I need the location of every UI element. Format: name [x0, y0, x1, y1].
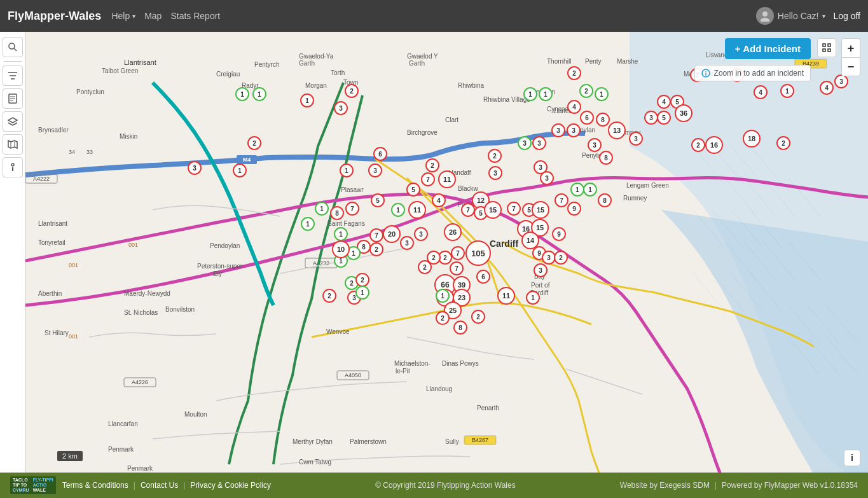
svg-text:A4050: A4050 — [345, 372, 361, 378]
svg-text:Gwaelod-Ya: Gwaelod-Ya — [299, 53, 334, 60]
svg-text:Penarth: Penarth — [477, 405, 499, 412]
svg-text:Llantrisant: Llantrisant — [38, 220, 67, 227]
svg-rect-131 — [823, 44, 825, 46]
svg-text:St Hilary: St Hilary — [45, 329, 69, 336]
svg-text:B4267: B4267 — [472, 437, 488, 443]
map-container[interactable]: M4 A4232 A4222 B4239 A4050 A4226 B4267 — [25, 32, 868, 473]
svg-line-12 — [8, 123, 13, 125]
scale-bar: 2 km — [57, 451, 83, 461]
svg-text:Sully: Sully — [445, 438, 459, 445]
footer-logo: TACLO TIP TO CYMRU FLY-TIPPI ACTIO WALE — [10, 476, 56, 494]
svg-text:Llandoug: Llandoug — [426, 385, 452, 392]
svg-text:Penylan: Penylan — [572, 127, 595, 134]
svg-text:001: 001 — [69, 333, 78, 340]
svg-text:Torth: Torth — [331, 69, 345, 76]
app-header: FlyMapper-Wales Help ▾ Map Stats Report … — [0, 0, 868, 32]
footer-sep-2: | — [183, 481, 185, 490]
svg-text:Ely: Ely — [213, 270, 222, 277]
svg-text:Bay: Bay — [534, 273, 545, 280]
logoff-button[interactable]: Log off — [833, 11, 860, 21]
svg-text:A4222: A4222 — [33, 176, 50, 182]
toolbar-divider — [4, 61, 22, 62]
svg-rect-133 — [823, 49, 825, 52]
svg-text:Bonvilston: Bonvilston — [165, 306, 195, 313]
svg-text:Birchgrove: Birchgrove — [407, 129, 437, 136]
app-footer: TACLO TIP TO CYMRU FLY-TIPPI ACTIO WALE … — [0, 473, 868, 498]
layers-btn[interactable] — [3, 111, 23, 132]
svg-line-3 — [14, 48, 17, 51]
filter-btn[interactable] — [3, 66, 23, 86]
svg-text:Morgan: Morgan — [305, 82, 327, 89]
svg-text:Plasawr: Plasawr — [341, 186, 364, 193]
svg-text:Creigiau: Creigiau — [216, 71, 240, 78]
nav-help[interactable]: Help ▾ — [111, 11, 135, 21]
svg-text:Rumney: Rumney — [617, 129, 640, 136]
svg-text:Michaelston-: Michaelston- — [394, 360, 431, 367]
svg-text:Maerdy-Newydd: Maerdy-Newydd — [124, 290, 170, 297]
fullscreen-button[interactable] — [817, 38, 836, 57]
nav-stats-report[interactable]: Stats Report — [170, 11, 220, 21]
svg-text:Pendoylan: Pendoylan — [210, 242, 240, 249]
svg-text:001: 001 — [69, 262, 78, 268]
svg-point-17 — [11, 163, 14, 166]
svg-text:i: i — [705, 71, 706, 77]
svg-point-0 — [762, 11, 768, 17]
info-toolbar-btn[interactable] — [3, 157, 23, 177]
svg-point-1 — [761, 18, 769, 22]
svg-text:Talbot Green: Talbot Green — [102, 67, 138, 74]
svg-text:Rhiwbina Village: Rhiwbina Village — [483, 96, 530, 103]
svg-text:Rumney: Rumney — [623, 195, 647, 202]
svg-text:Cardiff: Cardiff — [530, 289, 548, 296]
terms-link[interactable]: Terms & Conditions — [62, 481, 128, 490]
info-button[interactable]: i — [844, 450, 860, 466]
svg-text:Garth: Garth — [299, 60, 315, 67]
svg-text:33: 33 — [86, 149, 93, 155]
add-incident-button[interactable]: + Add Incident — [725, 38, 811, 59]
zoom-in-button[interactable]: + — [841, 38, 860, 57]
svg-text:A4226: A4226 — [132, 379, 148, 385]
chevron-down-icon: ▾ — [822, 13, 825, 20]
svg-text:Llandaff: Llandaff — [448, 169, 471, 176]
svg-text:Cardiff: Cardiff — [490, 239, 518, 249]
svg-text:Thornhill: Thornhill — [547, 58, 571, 65]
footer-links: Terms & Conditions | Contact Us | Privac… — [62, 481, 271, 490]
svg-text:Pontcanna: Pontcanna — [458, 201, 488, 208]
svg-text:Rhiwbina: Rhiwbina — [458, 82, 485, 89]
svg-text:Penmark: Penmark — [108, 446, 134, 453]
search-btn[interactable] — [3, 37, 23, 57]
svg-text:Brynsadler: Brynsadler — [38, 127, 69, 134]
footer-right-sep: | — [715, 481, 717, 490]
map-view-btn[interactable] — [3, 134, 23, 155]
svg-text:Marshe: Marshe — [617, 58, 638, 65]
svg-text:Port of: Port of — [531, 282, 550, 289]
svg-text:Dinas Powys: Dinas Powys — [442, 360, 479, 367]
zoom-out-button[interactable]: − — [841, 57, 860, 76]
svg-text:Moulton: Moulton — [184, 411, 207, 418]
svg-text:M4: M4 — [243, 156, 251, 163]
svg-text:Llancarfan: Llancarfan — [108, 420, 138, 427]
nav-map[interactable]: Map — [144, 11, 162, 21]
svg-text:Miskin: Miskin — [120, 133, 137, 140]
svg-text:Clart: Clart — [445, 116, 458, 123]
svg-text:le-Pit: le-Pit — [396, 368, 410, 375]
svg-text:Peterston-super-: Peterston-super- — [197, 263, 244, 270]
svg-rect-132 — [828, 44, 830, 46]
app-title: FlyMapper-Wales — [8, 10, 101, 23]
svg-text:Gwaelod Y: Gwaelod Y — [407, 53, 438, 60]
svg-text:Llanishen: Llanishen — [528, 88, 555, 95]
svg-rect-134 — [828, 49, 830, 52]
svg-text:Garth: Garth — [409, 60, 425, 67]
privacy-link[interactable]: Privacy & Cookie Policy — [190, 481, 271, 490]
contact-link[interactable]: Contact Us — [141, 481, 178, 490]
footer-sep-1: | — [134, 481, 135, 490]
svg-text:Merthyr Dyfan: Merthyr Dyfan — [293, 438, 333, 445]
user-greeting[interactable]: Hello Caz! ▾ — [756, 7, 826, 25]
svg-text:St. Nicholas: St. Nicholas — [124, 309, 158, 316]
footer-right: Website by Exegesis SDM | Powered by Fly… — [620, 481, 858, 490]
svg-text:Pontyclun: Pontyclun — [76, 88, 104, 95]
svg-text:Pentyrch: Pentyrch — [254, 61, 279, 68]
svg-text:34: 34 — [69, 149, 75, 155]
svg-text:Town: Town — [343, 79, 358, 86]
report-btn[interactable] — [3, 88, 23, 109]
svg-text:Penmark: Penmark — [127, 465, 153, 472]
